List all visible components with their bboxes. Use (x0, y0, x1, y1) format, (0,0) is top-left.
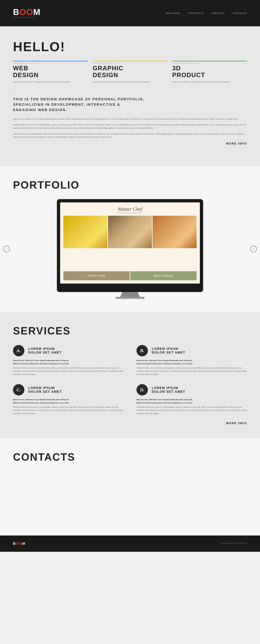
service-card-c-bold: Nasceus mus. Nulla dui. Fusce feugiat ma… (13, 398, 124, 404)
monitor-screen: Master Chef The best way to enjoy food..… (60, 202, 200, 284)
hero-tagline: THIS IS THE DESIGN SHOWCASE OF PERSONAL … (13, 92, 247, 112)
service-3d-product: LOREM IPSUM DOLOR SET 3DPRODUCT Nasceus … (172, 61, 247, 83)
header: BOOM DESIGN STUDIO MAIN PAGE PORTFOLIO S… (0, 0, 260, 26)
service-card-b-header: B. LOREM IPSUMDOLOR SET AMET (136, 345, 247, 356)
nav-services[interactable]: SERVICES (211, 12, 225, 14)
service-card-c: C. LOREM IPSUMDOLOR SET AMET Nasceus mus… (13, 384, 124, 415)
service-card-b-title: LOREM IPSUMDOLOR SET AMET (152, 347, 185, 354)
food-placeholder-2 (108, 216, 152, 248)
service-card-b: B. LOREM IPSUMDOLOR SET AMET Nasceus mus… (136, 345, 247, 376)
monitor-wrapper: ‹ Master Chef The best way to enjoy food… (13, 199, 247, 299)
service-card-c-body: Nasceus mus. Nulla dui. Fusce feugiat ma… (13, 398, 124, 415)
monitor-stand (120, 292, 140, 297)
footer-logo: BOOM (13, 542, 25, 546)
service-icon-c: C. (13, 384, 24, 396)
monitor-restaurant-title: Master Chef (63, 206, 197, 212)
service-desc-1: Nasceus mus. Nulla dui. Fusceugiat males… (13, 80, 88, 84)
contacts-section: CONTACTS (0, 438, 260, 536)
carousel-next-button[interactable]: › (250, 246, 257, 252)
services-title: SERVICES (13, 325, 247, 337)
service-card-d-bold: Nasceus mus. Nulla dui. Fusce feugiat ma… (136, 398, 247, 404)
service-icon-d: D. (136, 384, 148, 396)
food-image-3 (153, 216, 197, 271)
service-card-d-text: Vestibulum libero nisl, porta vel, scele… (136, 406, 247, 415)
hero-section: HELLO! LOREM IPSUM DOLOR SET WEBDESIGN N… (0, 26, 260, 166)
hero-para-1: Nasceus mus. Nulla dui. Fusce feugiat ma… (13, 118, 247, 121)
food-placeholder-1 (63, 216, 107, 248)
service-card-a-body: Nasceus mus. Nulla dui. Fusce feugiat ma… (13, 359, 124, 376)
hero-para-3: Libero nisl, porta vel, scelerisqueget, … (13, 132, 247, 139)
service-card-d-header: D. LOREM IPSUMDOLOR SET AMET (136, 384, 247, 396)
services-more-info[interactable]: MORE INFO (13, 422, 247, 425)
logo-o1: O (20, 7, 26, 17)
service-card-d-title: LOREM IPSUMDOLOR SET AMET (152, 386, 185, 394)
contacts-title: CONTACTS (13, 451, 247, 463)
hero-services-row: LOREM IPSUM DOLOR SET WEBDESIGN Nasceus … (13, 61, 247, 83)
footer-logo-m: M (22, 542, 25, 546)
service-card-a-bold: Nasceus mus. Nulla dui. Fusce feugiat ma… (13, 359, 124, 366)
food-image-1 (63, 216, 107, 271)
nav-contacts[interactable]: CONTACTS (233, 12, 247, 14)
service-card-c-title: LOREM IPSUMDOLOR SET AMET (28, 386, 62, 394)
monitor-screen-inner: Master Chef The best way to enjoy food..… (60, 202, 200, 284)
service-icon-a: A. (13, 345, 24, 356)
carousel-prev-button[interactable]: ‹ (3, 246, 10, 252)
service-bar-blue (13, 61, 88, 62)
service-title-2: GRAPHICDESIGN (93, 65, 167, 78)
footer-links: DESIGN PRIVACY POLICY (220, 543, 247, 544)
service-card-c-text: Vestibulum libero nisl, porta vel, scele… (13, 406, 124, 415)
footer: BOOM DESIGN PRIVACY POLICY (0, 536, 260, 552)
food-image-2 (108, 216, 152, 271)
service-graphic-design: LOREM IPSUM DOLOR SET GRAPHICDESIGN Nasc… (93, 61, 167, 83)
service-bar-yellow (93, 61, 167, 62)
apple-logo:  (60, 284, 200, 289)
nav-main-page[interactable]: MAIN PAGE (166, 12, 180, 14)
hero-body: Nasceus mus. Nulla dui. Fusce feugiat ma… (13, 118, 247, 139)
services-grid: A. LOREM IPSUMDOLOR SET AMET Nasceus mus… (13, 345, 247, 415)
logo: BOOM DESIGN STUDIO (13, 8, 41, 18)
footer-logo-r1: O (16, 542, 19, 546)
portfolio-section: PORTFOLIO ‹ Master Chef The best way to … (0, 166, 260, 312)
service-card-c-header: C. LOREM IPSUMDOLOR SET AMET (13, 384, 124, 396)
services-section: SERVICES A. LOREM IPSUMDOLOR SET AMET Na… (0, 312, 260, 438)
service-desc-3: Nasceus mus. Nulla dui. Fusceugiat males… (172, 80, 247, 84)
service-card-d-body: Nasceus mus. Nulla dui. Fusce feugiat ma… (136, 398, 247, 415)
main-nav: MAIN PAGE PORTFOLIO SERVICES CONTACTS (166, 12, 247, 14)
nav-portfolio[interactable]: PORTFOLIO (188, 12, 203, 14)
service-label-2: LOREM IPSUM DOLOR SET (93, 63, 167, 64)
service-title-1: WEBDESIGN (13, 65, 88, 78)
service-card-b-bold: Nasceus mus. Nulla dui. Fusce feugiat ma… (136, 359, 247, 366)
logo-b: B (13, 7, 20, 17)
hero-title: HELLO! (13, 39, 247, 54)
monitor-footer-banners: TASTY FISH BEST CAKES (60, 271, 200, 284)
service-icon-b: B. (136, 345, 148, 356)
service-label-3: LOREM IPSUM DOLOR SET (172, 63, 247, 64)
food-placeholder-3 (153, 216, 197, 248)
hero-more-info[interactable]: MORE INFO (13, 142, 247, 145)
service-bar-green (172, 61, 247, 62)
logo-m: M (33, 7, 41, 17)
service-card-b-text: Vestibulum libero nisl, porta vel, scele… (136, 366, 247, 376)
service-card-a: A. LOREM IPSUMDOLOR SET AMET Nasceus mus… (13, 345, 124, 376)
service-card-a-header: A. LOREM IPSUMDOLOR SET AMET (13, 345, 124, 356)
monitor-restaurant-subtitle: The best way to enjoy food... (63, 212, 197, 214)
portfolio-title: PORTFOLIO (13, 179, 247, 191)
monitor-assembly: Master Chef The best way to enjoy food..… (57, 199, 203, 299)
service-card-a-title: LOREM IPSUMDOLOR SET AMET (28, 347, 62, 354)
service-desc-2: Nasceus mus. Nulla dui. Fusceugiat males… (93, 80, 167, 84)
monitor: Master Chef The best way to enjoy food..… (57, 199, 203, 292)
monitor-header-area: Master Chef The best way to enjoy food..… (60, 202, 200, 216)
service-title-3: 3DPRODUCT (172, 65, 247, 78)
service-label-1: LOREM IPSUM DOLOR SET (13, 63, 88, 64)
footer-banner-cakes: BEST CAKES (130, 271, 197, 280)
footer-banner-fish: TASTY FISH (63, 271, 130, 280)
hero-para-2: Vestibulum libero nisl, porta vel, scele… (13, 123, 247, 130)
service-card-a-text: Vestibulum libero nisl, porta vel, scele… (13, 366, 124, 376)
service-card-d: D. LOREM IPSUMDOLOR SET AMET Nasceus mus… (136, 384, 247, 415)
footer-logo-b: B (13, 542, 16, 546)
logo-o2: O (26, 7, 33, 17)
logo-subtitle: DESIGN STUDIO (13, 16, 41, 18)
monitor-base (115, 297, 145, 299)
logo-text: BOOM (13, 8, 41, 16)
service-card-b-body: Nasceus mus. Nulla dui. Fusce feugiat ma… (136, 359, 247, 376)
